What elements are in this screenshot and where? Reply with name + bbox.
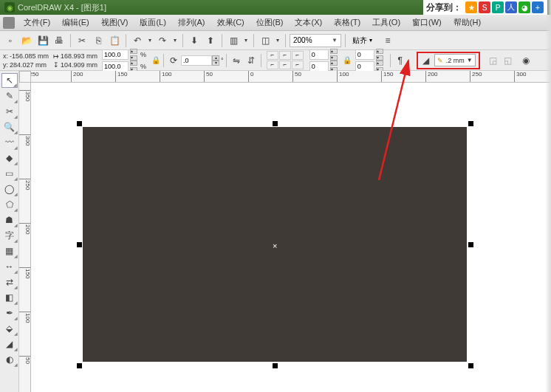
redo-button[interactable]: ↷ (155, 33, 170, 48)
corner-b-input[interactable] (309, 61, 329, 72)
crop-tool[interactable]: ✂◢ (1, 104, 18, 119)
paste-button[interactable]: 📋 (107, 33, 122, 48)
menu-tools[interactable]: 工具(O) (366, 17, 406, 28)
pick-tool[interactable]: ↖◢ (1, 73, 18, 88)
handle-nw[interactable] (77, 121, 82, 126)
wrap-text-button[interactable]: ¶ (393, 53, 408, 68)
to-front-button[interactable]: ◲ (486, 53, 501, 68)
basic-shapes-tool[interactable]: ☗◢ (1, 213, 18, 227)
text-tool[interactable]: 字◢ (1, 228, 18, 243)
share-renren-icon[interactable]: 人 (505, 1, 517, 13)
smart-fill-tool[interactable]: ◆◢ (1, 151, 18, 165)
welcome-drop-icon[interactable]: ▾ (274, 33, 281, 48)
eyedropper-tool[interactable]: ✒◢ (1, 306, 18, 320)
horizontal-ruler[interactable]: 25020015010050050100150200250300 (19, 71, 551, 83)
cc-spin[interactable]: ▴▾ (376, 49, 383, 61)
mirror-v-button[interactable]: ⇵ (244, 53, 259, 68)
flyout-icon: ◢ (14, 222, 18, 227)
to-back-button[interactable]: ◱ (501, 53, 516, 68)
canvas[interactable]: × (31, 83, 551, 392)
freehand-tool[interactable]: 〰◢ (1, 135, 18, 150)
corner-a-input[interactable] (309, 49, 329, 60)
import-button[interactable]: ⬇ (187, 33, 202, 48)
app-launcher-button[interactable]: ▥ (226, 33, 241, 48)
menu-bitmap[interactable]: 位图(B) (250, 17, 290, 28)
flyout-icon: ◢ (14, 160, 18, 165)
app-launcher-drop-icon[interactable]: ▾ (242, 33, 250, 48)
menu-text[interactable]: 文本(X) (289, 17, 328, 28)
lock-ratio-icon[interactable]: 🔒 (151, 54, 161, 67)
document-sys-icon[interactable] (3, 17, 15, 29)
rotation-spinner[interactable]: ▴▾ (212, 55, 219, 66)
dimension-tool[interactable]: ↔◢ (1, 259, 18, 274)
convert-curves-button[interactable]: ◉ (519, 53, 533, 68)
handle-e[interactable] (468, 242, 473, 247)
polygon-tool[interactable]: ⬠◢ (1, 197, 18, 212)
redo-drop-icon[interactable]: ▾ (171, 33, 179, 48)
corner-lock-icon[interactable]: 🔒 (342, 54, 352, 67)
print-button[interactable]: 🖶 (52, 33, 66, 48)
fill-tool[interactable]: ◢◢ (1, 337, 18, 351)
scale-x-spinner[interactable]: ▴▾ (130, 49, 137, 61)
outline-tool[interactable]: ⬙◢ (1, 321, 18, 336)
mirror-h-button[interactable]: ⇋ (229, 53, 244, 68)
vertical-ruler[interactable]: 35030025020015010050 (19, 83, 31, 392)
handle-n[interactable] (273, 121, 278, 126)
handle-w[interactable] (77, 242, 82, 247)
handle-ne[interactable] (468, 121, 473, 126)
ellipse-tool[interactable]: ◯◢ (1, 182, 18, 196)
snap-combo[interactable]: 贴齐 ▾ (349, 34, 379, 47)
rectangle-tool[interactable]: ▭◢ (1, 166, 18, 181)
corner-4[interactable]: ⌐ (267, 61, 278, 69)
corner-d-input[interactable] (355, 61, 374, 72)
shape-tool[interactable]: ✎◢ (1, 89, 18, 103)
undo-drop-icon[interactable]: ▾ (146, 33, 154, 48)
corner-3[interactable]: ⌐ (292, 51, 304, 60)
corner-6[interactable]: ⌐ (292, 61, 304, 69)
corner-1[interactable]: ⌐ (267, 51, 278, 60)
menu-help[interactable]: 帮助(H) (448, 17, 487, 28)
corner-c-input[interactable] (355, 49, 374, 60)
share-star-icon[interactable]: ★ (465, 1, 477, 13)
handle-s[interactable] (273, 363, 278, 368)
connector-tool[interactable]: ⇄◢ (1, 275, 18, 289)
interactive-fill-tool[interactable]: ◐◢ (1, 352, 18, 367)
scale-y-input[interactable] (102, 61, 129, 72)
flyout-icon: ◢ (14, 176, 18, 181)
share-pin-icon[interactable]: P (492, 1, 504, 13)
handle-sw[interactable] (77, 363, 82, 368)
new-button[interactable]: ▫ (3, 33, 18, 48)
menu-table[interactable]: 表格(T) (328, 17, 366, 28)
export-button[interactable]: ⬆ (203, 33, 218, 48)
open-button[interactable]: 📂 (19, 33, 34, 48)
welcome-button[interactable]: ◫ (258, 33, 273, 48)
copy-button[interactable]: ⎘ (91, 33, 106, 48)
menu-window[interactable]: 窗口(W) (406, 17, 448, 28)
menu-layout[interactable]: 版面(L) (134, 17, 171, 28)
interactive-tool[interactable]: ◧◢ (1, 290, 18, 305)
menu-arrange[interactable]: 排列(A) (172, 17, 211, 28)
corner-5[interactable]: ⌐ (279, 61, 291, 69)
menu-effects[interactable]: 效果(C) (211, 17, 250, 28)
outline-width-combo[interactable]: ✎ .2 mm ▼ (434, 54, 476, 66)
options-button[interactable]: ≡ (380, 33, 395, 48)
menu-edit[interactable]: 编辑(E) (56, 17, 95, 28)
corner-2[interactable]: ⌐ (279, 51, 291, 60)
ca-spin[interactable]: ▴▾ (330, 49, 338, 61)
ruler-origin[interactable] (19, 71, 31, 83)
menu-file[interactable]: 文件(F) (18, 17, 56, 28)
share-plus-icon[interactable]: + (532, 1, 544, 13)
scale-x-input[interactable] (102, 49, 129, 60)
share-wechat-icon[interactable]: ◕ (519, 1, 530, 13)
save-button[interactable]: 💾 (35, 33, 50, 48)
cut-button[interactable]: ✂ (75, 33, 89, 48)
outline-pen-icon: ◢ (421, 53, 431, 68)
zoom-combo[interactable]: 200% ▼ (290, 34, 341, 47)
share-weibo-icon[interactable]: S (479, 1, 490, 13)
handle-se[interactable] (468, 363, 473, 368)
menu-view[interactable]: 视图(V) (95, 17, 134, 28)
table-tool[interactable]: ▦◢ (1, 244, 18, 258)
rotation-input[interactable] (181, 55, 212, 66)
zoom-tool[interactable]: 🔍◢ (1, 120, 18, 134)
undo-button[interactable]: ↶ (130, 33, 145, 48)
